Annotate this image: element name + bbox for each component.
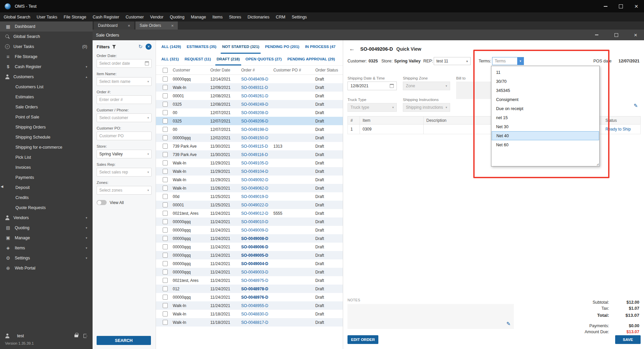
- menu-item[interactable]: Manage: [191, 15, 206, 19]
- dropdown-option[interactable]: 11: [492, 68, 599, 77]
- order-number-link[interactable]: SO-0049104-D: [239, 169, 271, 174]
- logout-icon[interactable]: [84, 334, 87, 338]
- table-row[interactable]: 00001 11/25/2021 SO-0049022-D Draft: [156, 201, 343, 209]
- item-name-select[interactable]: Select item name: [97, 77, 152, 86]
- order-date-input[interactable]: [99, 61, 145, 66]
- tab-sale-orders[interactable]: Sale Orders: [136, 21, 178, 30]
- order-number-link[interactable]: SO-0049208-D: [239, 110, 271, 115]
- shipping-date-field[interactable]: 12/8/2021: [347, 82, 397, 90]
- sidebar-item-file-storage[interactable]: File Storage: [0, 52, 93, 62]
- sidebar-subitem[interactable]: Sale Orders: [0, 102, 93, 112]
- row-checkbox[interactable]: [163, 303, 168, 308]
- row-checkbox[interactable]: [163, 77, 168, 82]
- save-button[interactable]: SAVE: [615, 335, 641, 344]
- menu-item[interactable]: Global Search: [4, 15, 30, 19]
- store-select[interactable]: Spring Valley: [97, 150, 152, 158]
- dropdown-option[interactable]: 30/70: [492, 77, 599, 86]
- menu-item[interactable]: Quoting: [170, 15, 184, 19]
- sidebar-item-cash-register[interactable]: Cash Register: [0, 62, 93, 72]
- order-number-link[interactable]: SO-0049012-D: [239, 211, 271, 216]
- row-checkbox[interactable]: [163, 286, 168, 291]
- sidebar-subitem[interactable]: Estimates: [0, 92, 93, 102]
- column-header[interactable]: Order Status: [313, 68, 343, 72]
- menu-item[interactable]: Dictionaries: [248, 15, 269, 19]
- order-number-link[interactable]: SO-0049198-D: [239, 127, 271, 132]
- order-date-field[interactable]: [97, 59, 152, 68]
- sidebar-item-quoting[interactable]: Quoting: [0, 223, 93, 233]
- dropdown-option[interactable]: 345345: [492, 86, 599, 95]
- truck-type-select[interactable]: Truck type: [347, 103, 397, 112]
- row-checkbox[interactable]: [163, 244, 168, 249]
- chevron-down-icon[interactable]: [464, 57, 470, 65]
- sidebar-subitem[interactable]: Payments: [0, 172, 93, 183]
- dropdown-option[interactable]: Consigment: [492, 95, 599, 104]
- order-number-link[interactable]: SO-0049003-D: [239, 270, 271, 275]
- order-number-link[interactable]: SO-0049261-D: [239, 94, 271, 98]
- dropdown-option[interactable]: Net 40: [492, 131, 599, 140]
- restore-icon[interactable]: [614, 33, 619, 37]
- customer-po-input[interactable]: [99, 134, 149, 138]
- row-checkbox[interactable]: [163, 278, 168, 283]
- status-tab[interactable]: IN PROCESS (47: [304, 40, 337, 54]
- row-checkbox[interactable]: [163, 160, 168, 165]
- view-all-toggle[interactable]: [97, 200, 107, 205]
- order-number-link[interactable]: SO-0049092-D: [239, 178, 271, 182]
- order-number-field[interactable]: [97, 95, 152, 104]
- row-checkbox[interactable]: [163, 194, 168, 199]
- status-tab[interactable]: NOT STARTED (321): [221, 40, 261, 54]
- sub-status-tab[interactable]: REQUEST (11): [183, 54, 212, 65]
- row-checkbox[interactable]: [163, 110, 168, 115]
- table-row[interactable]: 00000qqq 11/24/2021 SO-0049010-D Draft: [156, 217, 343, 226]
- row-checkbox[interactable]: [163, 228, 168, 233]
- table-row[interactable]: 00000qqq 11/24/2021 SO-0049003-D Draft: [156, 268, 343, 276]
- table-row[interactable]: 00000qqq 11/24/2021 SO-0048976-D Draft: [156, 293, 343, 301]
- row-checkbox[interactable]: [163, 253, 168, 258]
- order-number-link[interactable]: SO-0049150-D: [239, 136, 271, 140]
- order-number-link[interactable]: SO-0049105-D: [239, 161, 271, 165]
- row-checkbox[interactable]: [163, 93, 168, 98]
- sidebar-subitem[interactable]: Point of Sale: [0, 112, 93, 122]
- row-checkbox[interactable]: [163, 261, 168, 266]
- back-arrow-icon[interactable]: [349, 46, 355, 52]
- minimize-icon[interactable]: [598, 0, 613, 12]
- table-row[interactable]: 00 12/07/2021 SO-0049198-D Draft: [156, 125, 343, 134]
- menu-item[interactable]: Cash Register: [93, 15, 119, 19]
- notes-pencil-icon[interactable]: [506, 321, 511, 327]
- row-checkbox[interactable]: [163, 311, 168, 316]
- sidebar-item-dashboard[interactable]: Dashboard: [0, 21, 93, 32]
- terms-combobox[interactable]: Terms: [492, 57, 524, 65]
- table-row[interactable]: 00000qqq 11/24/2021 SO-0049004-D Draft: [156, 259, 343, 268]
- sidebar-item-global-search[interactable]: Global Search: [0, 32, 93, 42]
- close-icon[interactable]: [633, 33, 638, 37]
- collapse-sidebar-icon[interactable]: [1, 185, 3, 188]
- customer-po-field[interactable]: [97, 132, 152, 140]
- table-row[interactable]: 00000qqq 11/24/2021 SO-0049006-D Draft: [156, 243, 343, 251]
- row-checkbox[interactable]: [163, 269, 168, 275]
- sales-rep-select[interactable]: Select sales rep: [97, 168, 152, 177]
- menu-item[interactable]: Vendor: [150, 15, 164, 19]
- tab-dashboard[interactable]: Dashboard: [94, 21, 134, 30]
- order-number-link[interactable]: SO-0049006-D: [239, 245, 271, 249]
- column-header[interactable]: Customer PO #: [271, 68, 313, 72]
- sidebar-item-user-tasks[interactable]: User Tasks (0): [0, 42, 93, 52]
- edit-order-button[interactable]: EDIT ORDER: [347, 335, 378, 344]
- order-number-link[interactable]: SO-0049022-D: [239, 203, 271, 207]
- sidebar-subitem[interactable]: Customers List: [0, 82, 93, 92]
- sidebar-subitem[interactable]: Quote Requests: [0, 203, 93, 213]
- minimize-icon[interactable]: [594, 33, 599, 37]
- rep-combobox[interactable]: test 11: [434, 57, 471, 65]
- table-row[interactable]: 0021test, Ares 11/24/2021 SO-0049012-D 5…: [156, 209, 343, 217]
- order-number-link[interactable]: SO-0049311-D: [239, 85, 271, 90]
- refresh-icon[interactable]: [138, 44, 143, 50]
- row-checkbox[interactable]: [163, 118, 168, 123]
- table-row[interactable]: 0325 12/08/2021 SO-0049249-D Draft: [156, 100, 343, 108]
- dropdown-option[interactable]: Due on receipt: [492, 104, 599, 113]
- lock-icon[interactable]: [74, 335, 78, 337]
- table-row[interactable]: Walk-In 11/18/2021 SO-0048830-D Draft: [156, 310, 343, 318]
- table-row[interactable]: Walk-In 11/24/2021 SO-0048955-D Draft: [156, 301, 343, 310]
- close-icon[interactable]: [171, 23, 174, 28]
- row-checkbox[interactable]: [163, 127, 168, 132]
- table-row[interactable]: Walk-In 12/09/2021 SO-0049311-D Draft: [156, 83, 343, 92]
- sidebar-item-web-portal[interactable]: Web Portal: [0, 263, 93, 273]
- sidebar-subitem[interactable]: Shipping Orders: [0, 122, 93, 132]
